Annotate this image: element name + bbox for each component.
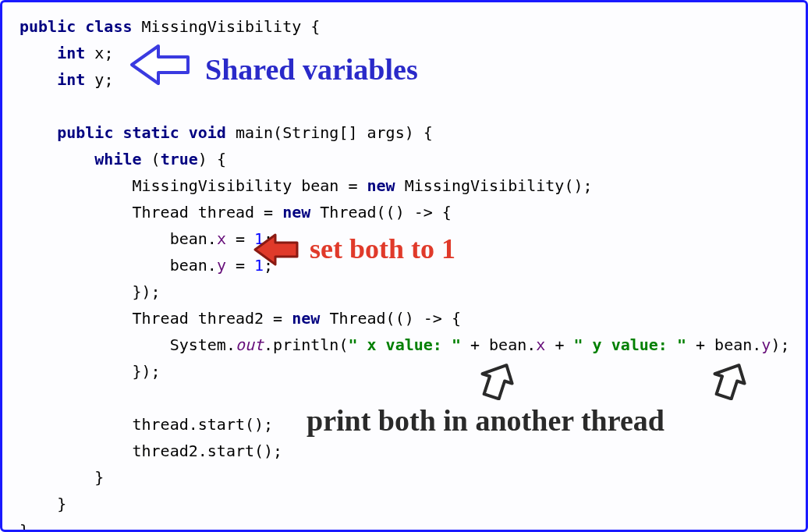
paren-semi: ); [771,335,789,354]
thread2-start: thread2.start(); [19,442,282,460]
plus: + [461,335,489,354]
field-ref-x: x [536,335,555,354]
assign: = [236,229,254,248]
paren: ( [151,150,161,168]
dot: . [207,256,217,275]
plus: + [555,335,573,354]
paren-brace: ) { [198,150,226,168]
field-ref-y: y [761,335,771,354]
bean-ref: bean [489,335,526,354]
indent [19,150,94,168]
thread1-lhs: Thread thread = [19,203,282,222]
str-yvalue: " y value: " [573,335,686,354]
new-bean-lhs: MissingVisibility bean = [19,176,367,195]
dot: . [526,335,536,354]
thread-start: thread.start(); [19,415,273,434]
indent [19,229,170,248]
str-xvalue: " x value: " [348,335,461,354]
thread2-lambda: Thread(() -> { [329,309,461,328]
brace-close: } [19,521,29,532]
field-y: y; [94,70,113,89]
kw-public-class: public class [19,17,142,36]
semi: ; [264,256,273,275]
kw-new: new [292,309,329,328]
lambda-close: }); [19,282,161,301]
bean-ref: bean [170,256,207,275]
indent [19,44,57,62]
brace-close: } [19,468,104,487]
println-lhs: System. [19,335,236,354]
thread1-lambda: Thread(() -> { [320,203,452,222]
indent [19,70,57,89]
dot: . [752,335,761,354]
kw-while: while [94,150,151,168]
bean-ref: bean [714,335,752,354]
field-x: x; [94,44,113,62]
println-call: .println( [264,335,348,354]
kw-new: new [282,203,320,222]
code-figure: public class MissingVisibility { int x; … [0,0,808,532]
kw-new: new [367,176,405,195]
kw-true: true [161,150,198,168]
plus: + [686,335,714,354]
indent [19,123,57,142]
brace-close: } [19,495,66,513]
main-decl: main(String[] args) { [236,123,433,142]
bean-ref: bean [170,229,207,248]
kw-int: int [57,70,94,89]
kw-psv: public static void [57,123,236,142]
ctor-call: MissingVisibility(); [405,176,593,195]
field-ref-x: x [217,229,236,248]
semi: ; [264,229,273,248]
class-decl: MissingVisibility { [142,17,321,36]
indent [19,256,170,275]
code-block: public class MissingVisibility { int x; … [19,13,789,532]
thread2-lhs: Thread thread2 = [19,309,292,328]
assign: = [236,256,254,275]
num-1: 1 [254,229,264,248]
kw-int: int [57,44,94,62]
lambda-close: }); [19,362,161,381]
dot: . [207,229,217,248]
num-1: 1 [254,256,264,275]
field-ref-y: y [217,256,236,275]
out-field: out [236,335,264,354]
